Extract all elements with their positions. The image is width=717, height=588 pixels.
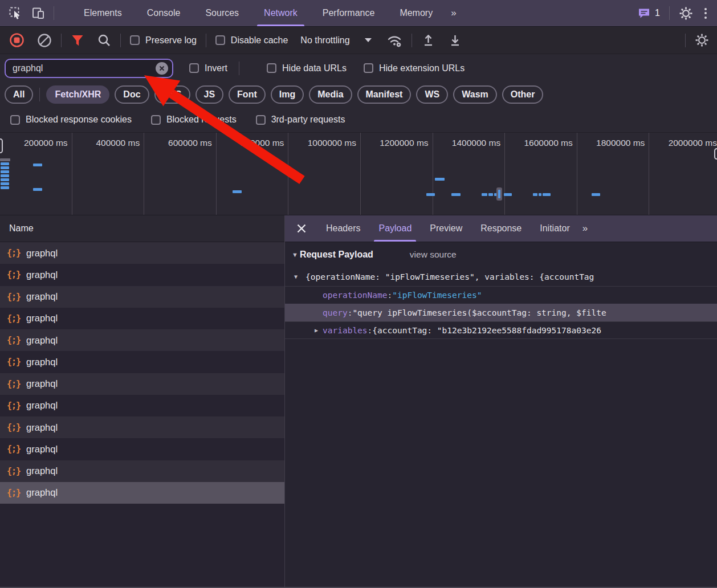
device-toolbar-icon[interactable] [31,6,46,21]
detail-tab-response[interactable]: Response [471,215,531,242]
tab-elements[interactable]: Elements [71,0,135,26]
3rd-party-requests-checkbox[interactable]: 3rd-party requests [256,115,345,125]
detail-tab-preview[interactable]: Preview [421,215,471,242]
payload-root-row[interactable]: ▼ {operationName: "ipFlowTimeseries", va… [285,267,717,286]
request-row[interactable]: {;}graphql [0,482,284,504]
network-settings-gear-icon[interactable] [695,33,709,47]
dropdown-arrow-icon [365,38,372,42]
request-row[interactable]: {;}graphql [0,351,284,373]
network-overview-timeline[interactable]: 200000 ms400000 ms600000 ms800000 ms1000… [0,132,717,215]
chip-separator [39,88,40,101]
tab-network[interactable]: Network [251,0,310,26]
blocked-requests-checkbox[interactable]: Blocked requests [151,115,237,125]
tab-console[interactable]: Console [135,0,193,26]
hide-data-urls-checkbox[interactable]: Hide data URLs [267,63,347,74]
import-har-icon[interactable] [421,33,435,47]
throttling-value: No throttling [300,35,349,46]
payload-row-variables[interactable]: ▶variables: {accountTag: "b12e3b2192ee55… [285,321,717,339]
expand-triangle-icon[interactable]: ▶ [315,327,318,333]
request-details-panel: HeadersPayloadPreviewResponseInitiator »… [285,215,717,588]
timeline-segment: 1200000 ms [361,133,433,215]
json-braces-icon: {;} [7,292,21,302]
checkbox[interactable] [130,35,140,45]
expand-triangle-icon[interactable]: ▼ [294,273,298,280]
request-name: graphql [26,378,58,389]
filter-input[interactable] [5,59,173,78]
request-row[interactable]: {;}graphql [0,242,284,264]
request-row[interactable]: {;}graphql [0,395,284,416]
devtools-menu-icon[interactable] [702,6,709,21]
request-row[interactable]: {;}graphql [0,373,284,395]
waterfall-bar [1,174,9,177]
invert-checkbox[interactable]: Invert [189,63,227,74]
tab-sources[interactable]: Sources [193,0,251,26]
filter-chip-img[interactable]: Img [271,85,304,104]
export-har-icon[interactable] [448,33,462,47]
request-row[interactable]: {;}graphql [0,308,284,329]
filter-chip-ws[interactable]: WS [416,85,448,104]
more-tabs-icon[interactable]: » [445,7,461,19]
filter-chip-wasm[interactable]: Wasm [453,85,497,104]
settings-gear-icon[interactable] [679,6,693,21]
filter-chip-media[interactable]: Media [309,85,352,104]
view-source-link[interactable]: view source [410,250,457,260]
close-details-icon[interactable] [285,223,317,234]
filter-chip-manifest[interactable]: Manifest [357,85,412,104]
payload-row-query[interactable]: query: "query ipFlowTimeseries($accountT… [285,304,717,321]
json-braces-icon: {;} [7,466,21,476]
filter-icon[interactable] [71,34,84,47]
checkbox[interactable] [10,115,20,125]
timeline-tick-label: 400000 ms [72,138,144,148]
collapse-triangle-icon[interactable]: ▼ [292,251,298,258]
filter-chip-all[interactable]: All [5,85,33,104]
more-detail-tabs-icon[interactable]: » [579,223,590,234]
throttling-dropdown[interactable]: No throttling [300,35,371,46]
filter-chip-fetch-xhr[interactable]: Fetch/XHR [46,85,109,104]
checkbox[interactable] [151,115,161,125]
filter-chip-font[interactable]: Font [229,85,266,104]
request-row[interactable]: {;}graphql [0,460,284,482]
tab-memory[interactable]: Memory [387,0,445,26]
detail-tab-headers[interactable]: Headers [317,215,369,242]
payload-row-operationName[interactable]: operationName: "ipFlowTimeseries" [285,286,717,304]
request-row[interactable]: {;}graphql [0,438,284,460]
timeline-tick-label: 800000 ms [217,138,288,148]
json-braces-icon: {;} [7,335,21,345]
filter-chip-doc[interactable]: Doc [115,85,149,104]
tab-performance[interactable]: Performance [310,0,388,26]
inspect-element-icon[interactable] [8,6,23,21]
request-row[interactable]: {;}graphql [0,329,284,351]
clear-filter-icon[interactable] [156,62,168,75]
waterfall-bar [482,193,487,196]
preserve-log-checkbox[interactable]: Preserve log [130,35,197,46]
request-name: graphql [26,270,58,280]
blocked-response-cookies-checkbox[interactable]: Blocked response cookies [10,115,132,125]
overview-right-handle[interactable] [714,148,717,160]
clear-network-log-button[interactable] [37,33,52,48]
request-name: graphql [26,248,58,259]
overview-left-handle[interactable] [0,138,3,153]
devtools-tabbar: ElementsConsoleSourcesNetworkPerformance… [0,0,717,27]
filter-chip-css[interactable]: CSS [154,85,190,104]
hide-extension-urls-checkbox[interactable]: Hide extension URLs [364,63,465,74]
disable-cache-checkbox[interactable]: Disable cache [215,35,288,46]
timeline-segment: 1000000 ms [288,133,361,215]
request-row[interactable]: {;}graphql [0,286,284,308]
request-list-panel: Name {;}graphql{;}graphql{;}graphql{;}gr… [0,215,285,588]
name-column-header[interactable]: Name [0,215,284,242]
search-icon[interactable] [97,33,111,47]
checkbox[interactable] [256,115,266,125]
detail-tab-payload[interactable]: Payload [369,215,421,242]
detail-tabs: HeadersPayloadPreviewResponseInitiator » [285,215,717,242]
filter-chip-js[interactable]: JS [195,85,224,104]
record-network-log-button[interactable] [9,32,25,48]
request-row[interactable]: {;}graphql [0,416,284,438]
console-messages-button[interactable]: 1 [637,6,660,20]
filter-text-input[interactable] [6,63,172,74]
payload-key: query [323,308,348,317]
request-row[interactable]: {;}graphql [0,264,284,285]
filter-chip-other[interactable]: Other [502,85,544,104]
detail-tab-initiator[interactable]: Initiator [531,215,579,242]
checkbox[interactable] [215,35,225,45]
network-conditions-button[interactable] [386,33,402,48]
